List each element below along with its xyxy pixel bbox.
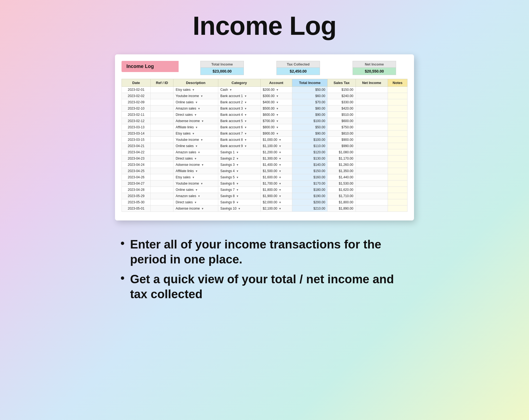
cell-net-income: [356, 143, 388, 149]
dropdown-arrow[interactable]: ▼: [276, 113, 279, 116]
dropdown-arrow[interactable]: ▼: [279, 151, 281, 154]
dropdown-arrow[interactable]: ▼: [236, 176, 239, 179]
cell-category: Bank account 4 ▼: [218, 112, 260, 118]
cell-description: Online sales ▼: [173, 187, 218, 193]
dropdown-arrow[interactable]: ▼: [236, 201, 239, 204]
dropdown-arrow[interactable]: ▼: [244, 126, 247, 129]
dropdown-arrow[interactable]: ▼: [236, 195, 239, 198]
dropdown-arrow[interactable]: ▼: [276, 107, 279, 110]
cell-sales-tax: $750.00: [328, 124, 356, 130]
dropdown-arrow[interactable]: ▼: [236, 163, 239, 166]
dropdown-arrow[interactable]: ▼: [200, 138, 203, 141]
dropdown-arrow[interactable]: ▼: [236, 157, 239, 160]
dropdown-arrow[interactable]: ▼: [195, 101, 198, 104]
summary-row: Income Log Total Income $23,000.00 Tax C…: [122, 61, 407, 75]
table-row: 2023-02-09Online sales ▼Bank account 2 ▼…: [122, 99, 407, 105]
dropdown-arrow[interactable]: ▼: [244, 120, 247, 123]
cell-total-income: $150.00: [292, 168, 328, 174]
net-income-label: Net Income: [353, 61, 396, 67]
cell-date: 2023-02-02: [122, 93, 151, 99]
cell-account: $1,800.00 ▼: [260, 187, 292, 193]
dropdown-arrow[interactable]: ▼: [276, 95, 279, 98]
dropdown-arrow[interactable]: ▼: [244, 95, 247, 98]
cell-notes: [388, 112, 407, 118]
cell-total-income: $50.00: [292, 87, 328, 93]
cell-date: 2023-03-15: [122, 137, 151, 143]
page-title: Income Log: [193, 11, 337, 41]
dropdown-arrow[interactable]: ▼: [195, 170, 198, 173]
dropdown-arrow[interactable]: ▼: [201, 120, 204, 123]
dropdown-arrow[interactable]: ▼: [198, 151, 200, 154]
cell-category: Bank account 6 ▼: [218, 124, 260, 130]
dropdown-arrow[interactable]: ▼: [276, 126, 279, 129]
cell-category: Savings 6 ▼: [218, 181, 260, 187]
dropdown-arrow[interactable]: ▼: [244, 107, 247, 110]
dropdown-arrow[interactable]: ▼: [279, 207, 281, 210]
dropdown-arrow[interactable]: ▼: [279, 176, 281, 179]
dropdown-arrow[interactable]: ▼: [244, 113, 247, 116]
dropdown-arrow[interactable]: ▼: [238, 207, 241, 210]
cell-net-income: [356, 137, 388, 143]
cell-net-income: [356, 187, 388, 193]
dropdown-arrow[interactable]: ▼: [276, 88, 279, 91]
dropdown-arrow[interactable]: ▼: [279, 195, 281, 198]
cell-sales-tax: $240.00: [328, 93, 356, 99]
cell-notes: [388, 149, 407, 155]
dropdown-arrow[interactable]: ▼: [194, 201, 197, 204]
dropdown-arrow[interactable]: ▼: [192, 88, 195, 91]
dropdown-arrow[interactable]: ▼: [201, 207, 204, 210]
cell-description: Direct sales ▼: [173, 155, 218, 162]
dropdown-arrow[interactable]: ▼: [229, 88, 232, 91]
table-row: 2023-03-14Etsy sales ▼Bank account 7 ▼$9…: [122, 130, 407, 137]
dropdown-arrow[interactable]: ▼: [279, 201, 281, 204]
dropdown-arrow[interactable]: ▼: [279, 170, 281, 173]
cell-category: Savings 9 ▼: [218, 199, 260, 206]
dropdown-arrow[interactable]: ▼: [201, 163, 204, 166]
dropdown-arrow[interactable]: ▼: [200, 182, 203, 185]
dropdown-arrow[interactable]: ▼: [192, 132, 195, 135]
dropdown-arrow[interactable]: ▼: [244, 138, 247, 141]
dropdown-arrow[interactable]: ▼: [195, 126, 198, 129]
cell-net-income: [356, 112, 388, 118]
cell-total-income: $90.00: [292, 130, 328, 137]
dropdown-arrow[interactable]: ▼: [276, 101, 279, 104]
bullet-dot: •: [120, 237, 125, 250]
dropdown-arrow[interactable]: ▼: [244, 101, 247, 104]
cell-account: $300.00 ▼: [260, 93, 292, 99]
cell-net-income: [356, 105, 388, 112]
dropdown-arrow[interactable]: ▼: [198, 195, 200, 198]
cell-date: 2023-05-29: [122, 193, 151, 199]
dropdown-arrow[interactable]: ▼: [198, 107, 200, 110]
dropdown-arrow[interactable]: ▼: [279, 163, 281, 166]
dropdown-arrow[interactable]: ▼: [279, 138, 281, 141]
dropdown-arrow[interactable]: ▼: [244, 145, 247, 148]
cell-account: $1,900.00 ▼: [260, 193, 292, 199]
dropdown-arrow[interactable]: ▼: [279, 182, 281, 185]
cell-net-income: [356, 149, 388, 155]
dropdown-arrow[interactable]: ▼: [194, 157, 197, 160]
dropdown-arrow[interactable]: ▼: [200, 95, 203, 98]
dropdown-arrow[interactable]: ▼: [195, 145, 198, 148]
dropdown-arrow[interactable]: ▼: [236, 151, 239, 154]
col-total-income: Total Income: [292, 79, 328, 87]
dropdown-arrow[interactable]: ▼: [236, 188, 239, 191]
cell-notes: [388, 124, 407, 130]
dropdown-arrow[interactable]: ▼: [279, 145, 281, 148]
dropdown-arrow[interactable]: ▼: [236, 170, 239, 173]
dropdown-arrow[interactable]: ▼: [276, 132, 279, 135]
cell-total-income: $100.00: [292, 137, 328, 143]
dropdown-arrow[interactable]: ▼: [192, 176, 195, 179]
dropdown-arrow[interactable]: ▼: [276, 120, 279, 123]
dropdown-arrow[interactable]: ▼: [244, 132, 247, 135]
table-row: 2023-02-11Direct sales ▼Bank account 4 ▼…: [122, 112, 407, 118]
cell-sales-tax: $990.00: [328, 143, 356, 149]
dropdown-arrow[interactable]: ▼: [194, 113, 197, 116]
dropdown-arrow[interactable]: ▼: [279, 188, 281, 191]
cell-account: $1,000.00 ▼: [260, 137, 292, 143]
dropdown-arrow[interactable]: ▼: [195, 188, 198, 191]
dropdown-arrow[interactable]: ▼: [279, 157, 281, 160]
cell-description: Amazon sales ▼: [173, 149, 218, 155]
dropdown-arrow[interactable]: ▼: [236, 182, 239, 185]
cell-sales-tax: $1,620.00: [328, 187, 356, 193]
cell-date: 2023-04-27: [122, 181, 151, 187]
